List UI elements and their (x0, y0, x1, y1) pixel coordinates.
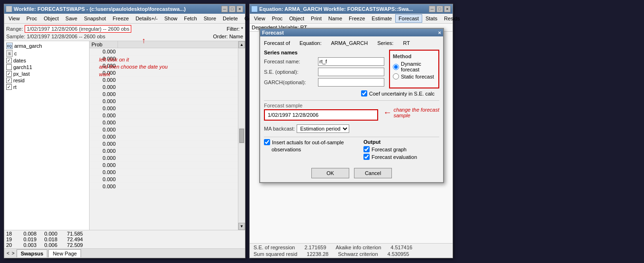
table-row: 0.000 (90, 105, 238, 112)
menu-delete[interactable]: Delete (219, 14, 241, 23)
observations-row: observations (264, 147, 354, 152)
series-item-dates[interactable]: ✓ dates (5, 57, 88, 64)
menu-store[interactable]: Store (200, 14, 219, 23)
forecast-eval-checkbox[interactable] (363, 154, 370, 160)
filter-label: Filter: * (227, 26, 243, 32)
series-item-rt[interactable]: ✓ rt (5, 84, 88, 90)
scroll-up-button[interactable]: ▲ (238, 41, 245, 48)
eq-menu-proc[interactable]: Proc (269, 14, 286, 23)
static-radio[interactable] (393, 73, 399, 79)
dynamic-radio[interactable] (393, 64, 399, 70)
form-left: Series names Forecast name: S.E. (option… (264, 50, 384, 88)
checkbox-garch11[interactable] (6, 64, 12, 70)
eq-maximize-button[interactable]: □ (436, 6, 443, 12)
menu-object[interactable]: Object (40, 14, 62, 23)
tab-swapsus[interactable]: Swapsus (17, 249, 48, 257)
forecast-name-input[interactable] (318, 57, 384, 66)
data-cell: 0.000 (90, 91, 118, 97)
akaike-value: 4.517416 (390, 245, 412, 250)
workfile-controls: ─ □ × (221, 6, 243, 12)
eq-menu-name[interactable]: Name (325, 14, 345, 23)
checkbox-rt[interactable]: ✓ (6, 84, 12, 90)
menu-save[interactable]: Save (62, 14, 81, 23)
checkbox-dates[interactable]: ✓ (6, 58, 12, 63)
eq-menu-freeze[interactable]: Freeze (345, 14, 368, 23)
table-row: 0.000 (90, 176, 238, 183)
garch-row: GARCH(optional): (264, 78, 384, 87)
eq-menu-stats[interactable]: Stats (422, 14, 441, 23)
tab-nav-right[interactable]: > (11, 251, 16, 256)
row20-col2: 0.006 (38, 242, 57, 248)
forecast-name-row: Forecast name: (264, 57, 384, 66)
table-row: 0.000 (90, 183, 238, 190)
sum-squared-label: Sum squared resid (254, 251, 297, 257)
forecast-sample-annotation: ← change the forecast sample (383, 107, 439, 118)
menu-proc[interactable]: Proc (23, 14, 41, 23)
table-row: 0.000 (90, 91, 238, 98)
close-button[interactable]: × (236, 6, 243, 12)
series-item-c[interactable]: S c (5, 50, 88, 57)
checkbox-resid[interactable]: ✓ (6, 78, 12, 83)
checkbox-px-last[interactable]: ✓ (6, 71, 12, 77)
row19-num: 19 (6, 237, 16, 242)
series-value: RT (403, 40, 409, 46)
series-name-garch11: garch11 (13, 64, 32, 70)
menu-show[interactable]: Show (161, 14, 181, 23)
static-forecast-row: Static forecast (393, 73, 435, 79)
bottom-row-19: 19 0.019 0.018 72.494 (6, 237, 243, 242)
table-row: 0.000 (90, 169, 238, 176)
forecast-dialog-close[interactable]: × (438, 30, 441, 35)
coef-checkbox[interactable] (361, 90, 367, 96)
series-item-arma-garch[interactable]: EQ arma_garch (5, 42, 88, 50)
vertical-scrollbar[interactable]: ▲ ▼ (238, 41, 245, 230)
data-cell: 0.000 (90, 162, 118, 168)
workfile-window: Workfile: FORECASTSWAPS - (c:\users\paul… (4, 4, 245, 258)
insert-actuals-checkbox[interactable] (264, 139, 270, 145)
series-item-px-last[interactable]: ✓ px_last (5, 70, 88, 77)
workfile-icon (6, 6, 12, 12)
menu-view[interactable]: View (5, 14, 23, 23)
series-item-resid[interactable]: ✓ resid (5, 77, 88, 84)
tab-nav-left[interactable]: < (6, 251, 10, 256)
coef-uncertainty-row: Coef uncertainty in S.E. calc (264, 90, 439, 96)
insert-actuals-row: Insert actuals for out-of-sample (264, 139, 354, 145)
se-input[interactable] (318, 68, 384, 76)
eq-menu-view[interactable]: View (251, 14, 269, 23)
tab-bar: < > Swapsus New Page (4, 248, 245, 258)
forecast-of-section: Forecast of Equation: ARMA_GARCH Series:… (264, 40, 439, 46)
data-cell: 0.000 (90, 140, 118, 147)
eq-menu-estimate[interactable]: Estimate (368, 14, 395, 23)
cancel-button[interactable]: Cancel (354, 168, 392, 178)
eq-menu-print[interactable]: Print (308, 14, 325, 23)
eq-menu-object[interactable]: Object (286, 14, 308, 23)
eq-minimize-button[interactable]: ─ (429, 6, 435, 12)
workfile-menu-bar: View Proc Object Save Snapshot Freeze De… (4, 14, 245, 24)
menu-fetch[interactable]: Fetch (181, 14, 200, 23)
ok-button[interactable]: OK (311, 168, 349, 178)
tab-new-page[interactable]: New Page (48, 249, 81, 257)
eq-menu-resids[interactable]: Resids (441, 14, 463, 23)
table-row: 0.000 (90, 70, 238, 77)
stats-row-2: Sum squared resid 12238.28 Schwarz crite… (252, 251, 451, 257)
garch-input[interactable] (318, 78, 384, 87)
forecast-sample-value: 1/02/1997 12/28/2006 (268, 112, 318, 118)
scroll-down-button[interactable]: ▼ (238, 223, 245, 230)
workfile-title: Workfile: FORECASTSWAPS - (c:\users\paul… (14, 6, 186, 12)
menu-freeze[interactable]: Freeze (109, 14, 132, 23)
forecast-graph-checkbox[interactable] (363, 146, 370, 152)
ma-backcast-select[interactable]: Estimation period (297, 124, 349, 133)
menu-snapshot[interactable]: Snapshot (81, 14, 109, 23)
data-cell: 0.000 (90, 62, 118, 69)
series-item-garch11[interactable]: garch11 (5, 64, 88, 70)
minimize-button[interactable]: ─ (221, 6, 228, 12)
main-form-area: Series names Forecast name: S.E. (option… (264, 50, 439, 88)
menu-details[interactable]: Details+/- (132, 14, 161, 23)
table-row: 0.000 (90, 140, 238, 148)
scroll-thumb[interactable] (239, 129, 244, 143)
eq-menu-forecast[interactable]: Forecast (395, 14, 422, 23)
maximize-button[interactable]: □ (229, 6, 236, 12)
data-rows: 0.000 0.000 0.000 0.000 0.000 0.000 0.00… (90, 48, 238, 190)
eq-close-button[interactable]: × (444, 6, 451, 12)
series-names-label: Series names (264, 50, 384, 55)
data-cell: 0.000 (90, 176, 118, 183)
